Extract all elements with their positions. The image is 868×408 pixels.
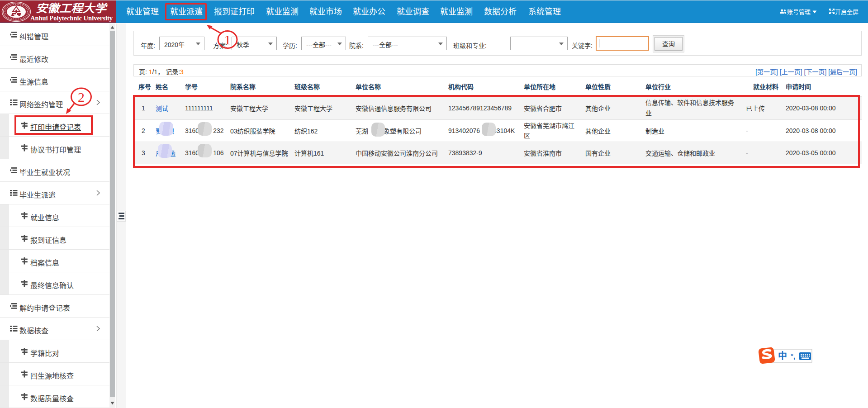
svg-text:°,: °, — [791, 352, 795, 360]
svg-text:1935: 1935 — [15, 18, 18, 19]
svg-text:Anhui Polytechnic University: Anhui Polytechnic University — [30, 14, 113, 22]
svg-text:中: 中 — [778, 351, 787, 361]
svg-text:安徽工程大学: 安徽工程大学 — [36, 2, 108, 14]
